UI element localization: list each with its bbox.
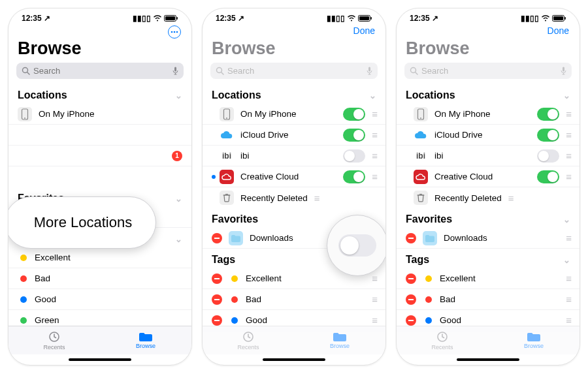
new-dot bbox=[212, 175, 216, 179]
drag-handle-icon[interactable]: ≡ bbox=[566, 108, 570, 119]
tab-bar: Recents Browse bbox=[397, 326, 580, 354]
location-on-my-iphone[interactable]: On My iPhone bbox=[8, 104, 191, 125]
location-row[interactable]: ibi ibi ≡ bbox=[203, 146, 385, 166]
done-button[interactable]: Done bbox=[547, 25, 569, 35]
location-row[interactable]: Creative Cloud ≡ bbox=[203, 166, 385, 187]
tag-row[interactable]: Good ≡ bbox=[397, 310, 580, 326]
delete-icon[interactable] bbox=[212, 315, 222, 326]
home-indicator[interactable] bbox=[8, 354, 191, 365]
home-indicator[interactable] bbox=[397, 354, 580, 365]
location-row[interactable]: Recently Deleted ≡ bbox=[203, 187, 385, 208]
folder-icon bbox=[423, 231, 437, 245]
drag-handle-icon[interactable]: ≡ bbox=[566, 232, 570, 243]
drag-handle-icon[interactable]: ≡ bbox=[314, 193, 319, 204]
favorites-header[interactable]: Favorites ⌄ bbox=[397, 208, 580, 228]
more-button[interactable] bbox=[168, 25, 181, 39]
tag-row[interactable]: Bad bbox=[8, 268, 191, 289]
location-row[interactable]: ibi ibi ≡ bbox=[397, 146, 580, 166]
page-title: Browse bbox=[8, 39, 191, 63]
drag-handle-icon[interactable]: ≡ bbox=[566, 315, 570, 326]
location-row[interactable]: iCloud Drive ≡ bbox=[397, 125, 580, 146]
drag-handle-icon[interactable]: ≡ bbox=[372, 315, 376, 326]
toggle-on[interactable] bbox=[537, 108, 559, 121]
toggle-off[interactable] bbox=[343, 149, 365, 163]
screen-browse-edit-zoom: 12:35 ↗ ▮▮▯▯ Done Browse Locations ⌄ On … bbox=[202, 8, 386, 366]
iphone-icon bbox=[18, 107, 32, 121]
delete-icon[interactable] bbox=[212, 294, 222, 305]
tag-row[interactable]: Good bbox=[8, 289, 191, 310]
tags-header[interactable]: Tags ⌄ bbox=[397, 249, 580, 268]
done-button[interactable]: Done bbox=[353, 25, 375, 35]
ibi-icon: ibi bbox=[220, 149, 234, 163]
delete-icon[interactable] bbox=[406, 273, 416, 284]
row-label: Recently Deleted bbox=[240, 193, 308, 203]
cloud-icon bbox=[220, 128, 234, 142]
toggle-on[interactable] bbox=[537, 129, 559, 142]
row-label: Good bbox=[35, 294, 56, 304]
drag-handle-icon[interactable]: ≡ bbox=[372, 273, 376, 284]
drag-handle-icon[interactable]: ≡ bbox=[566, 294, 570, 305]
more-icon bbox=[171, 31, 178, 33]
drag-handle-icon[interactable]: ≡ bbox=[508, 193, 513, 204]
drag-handle-icon[interactable]: ≡ bbox=[372, 171, 376, 182]
tag-row[interactable]: Green bbox=[8, 310, 191, 326]
tag-row[interactable]: Bad ≡ bbox=[397, 289, 580, 310]
location-row[interactable]: Creative Cloud ≡ bbox=[397, 166, 580, 187]
locations-label: Locations bbox=[406, 89, 455, 101]
toggle-off[interactable] bbox=[537, 149, 559, 163]
location-empty-row bbox=[8, 166, 191, 187]
location-row[interactable]: Recently Deleted ≡ bbox=[397, 187, 580, 208]
tab-label: Recents bbox=[43, 344, 65, 351]
drag-handle-icon[interactable]: ≡ bbox=[566, 150, 570, 161]
location-more-row[interactable]: 1 bbox=[8, 146, 191, 166]
callout-more-locations: More Locations bbox=[8, 196, 156, 249]
folder-icon bbox=[229, 231, 243, 245]
drag-handle-icon[interactable]: ≡ bbox=[566, 273, 570, 284]
drag-handle-icon[interactable]: ≡ bbox=[372, 129, 376, 140]
toggle-on[interactable] bbox=[343, 170, 365, 183]
tab-recents[interactable]: Recents bbox=[8, 326, 100, 354]
delete-icon[interactable] bbox=[212, 233, 222, 243]
delete-icon[interactable] bbox=[406, 233, 416, 243]
search-input[interactable] bbox=[33, 66, 172, 76]
status-bar: 12:35 ↗ ▮▮▯▯ bbox=[397, 8, 580, 24]
tag-row[interactable]: Bad ≡ bbox=[203, 289, 385, 310]
location-row[interactable]: On My iPhone ≡ bbox=[203, 104, 385, 125]
search-field[interactable] bbox=[16, 63, 184, 79]
toggle-on[interactable] bbox=[537, 170, 559, 183]
delete-icon[interactable] bbox=[406, 315, 416, 326]
toggle-on[interactable] bbox=[343, 129, 365, 142]
drag-handle-icon[interactable]: ≡ bbox=[566, 171, 570, 182]
row-label: Excellent bbox=[35, 253, 71, 262]
nav-bar: Done bbox=[203, 24, 385, 39]
location-row[interactable]: On My iPhone ≡ bbox=[397, 104, 580, 125]
row-label: Recently Deleted bbox=[434, 193, 502, 203]
drag-handle-icon[interactable]: ≡ bbox=[566, 129, 570, 140]
drag-handle-icon[interactable]: ≡ bbox=[372, 294, 376, 305]
favorite-downloads[interactable]: Downloads ≡ bbox=[397, 228, 580, 249]
content-body: Locations ⌄ On My iPhone 1 Favorites ⌄ D… bbox=[8, 84, 191, 326]
location-row[interactable]: iCloud Drive ≡ bbox=[203, 125, 385, 146]
locations-header[interactable]: Locations ⌄ bbox=[8, 84, 191, 104]
delete-icon[interactable] bbox=[212, 273, 222, 284]
tag-row[interactable]: Good ≡ bbox=[203, 310, 385, 326]
content-body: Locations ⌄ On My iPhone ≡ iCloud Drive … bbox=[203, 84, 385, 326]
drag-handle-icon[interactable]: ≡ bbox=[372, 108, 376, 119]
svg-rect-30 bbox=[563, 67, 564, 72]
svg-rect-26 bbox=[553, 16, 563, 20]
mic-icon[interactable] bbox=[172, 67, 178, 75]
tag-row[interactable]: Excellent ≡ bbox=[397, 268, 580, 289]
tab-browse[interactable]: Browse bbox=[100, 326, 191, 354]
locations-header[interactable]: Locations ⌄ bbox=[203, 84, 385, 104]
home-indicator[interactable] bbox=[203, 354, 385, 365]
tag-row[interactable]: Excellent bbox=[8, 247, 191, 268]
toggle-on[interactable] bbox=[343, 108, 365, 121]
screen-browse-normal: 12:35 ↗ ▮▮▯▯ Browse Locations ⌄ bbox=[8, 8, 192, 366]
status-bar: 12:35 ↗ ▮▮▯▯ bbox=[8, 8, 191, 24]
svg-line-29 bbox=[416, 72, 418, 75]
drag-handle-icon[interactable]: ≡ bbox=[372, 150, 376, 161]
wifi-icon bbox=[347, 15, 356, 22]
delete-icon[interactable] bbox=[406, 294, 416, 305]
locations-header[interactable]: Locations ⌄ bbox=[397, 84, 580, 104]
battery-icon bbox=[358, 15, 372, 22]
